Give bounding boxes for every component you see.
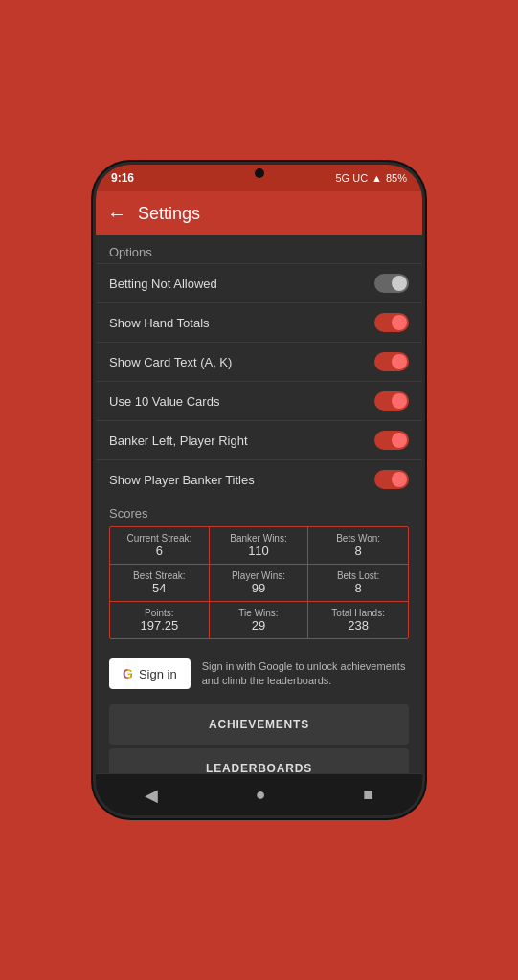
- toggle-hand-totals[interactable]: [374, 313, 409, 332]
- score-cell-total-hands: Total Hands: 238: [308, 602, 408, 638]
- status-icons: 5G UC ▲ 85%: [335, 172, 407, 184]
- option-value-cards: Use 10 Value Cards: [96, 381, 422, 420]
- score-label-current-streak: Current Streak:: [114, 533, 205, 544]
- score-cell-points: Points: 197.25: [110, 602, 210, 638]
- score-label-player-wins: Player Wins:: [214, 570, 304, 581]
- score-value-points: 197.25: [114, 618, 205, 633]
- score-cell-bets-lost: Bets Lost: 8: [308, 565, 408, 601]
- scores-section: Scores Current Streak: 6 Banker Wins: 11…: [96, 499, 422, 647]
- top-bar: ← Settings: [96, 191, 422, 235]
- nav-recent-button[interactable]: ■: [355, 777, 381, 813]
- score-label-tie-wins: Tie Wins:: [214, 608, 304, 618]
- time-display: 9:16: [111, 171, 134, 185]
- option-hand-totals: Show Hand Totals: [96, 302, 422, 342]
- scores-row-3: Points: 197.25 Tie Wins: 29 Total Hands:…: [110, 602, 408, 638]
- score-cell-tie-wins: Tie Wins: 29: [210, 602, 309, 638]
- achievements-button[interactable]: ACHIEVEMENTS: [109, 704, 409, 745]
- score-value-bets-won: 8: [312, 544, 404, 558]
- option-label-betting: Betting Not Allowed: [109, 277, 217, 291]
- score-value-bets-lost: 8: [312, 581, 404, 595]
- score-value-total-hands: 238: [312, 618, 404, 633]
- option-label-card-text: Show Card Text (A, K): [109, 355, 232, 369]
- back-button[interactable]: ←: [107, 203, 126, 225]
- score-value-tie-wins: 29: [214, 618, 304, 633]
- toggle-value-cards[interactable]: [374, 391, 409, 411]
- options-section-label: Options: [96, 235, 422, 263]
- toggle-banker-left[interactable]: [374, 431, 409, 450]
- score-cell-current-streak: Current Streak: 6: [110, 527, 210, 564]
- signin-description: Sign in with Google to unlock achievemen…: [202, 659, 409, 689]
- battery-icon: 85%: [386, 172, 407, 184]
- score-label-points: Points:: [114, 608, 205, 618]
- signin-section: G Sign in Sign in with Google to unlock …: [96, 647, 422, 701]
- leaderboards-button[interactable]: LEADERBOARDS: [109, 748, 409, 773]
- option-label-hand-totals: Show Hand Totals: [109, 316, 210, 330]
- page-title: Settings: [138, 204, 200, 224]
- toggle-show-titles[interactable]: [374, 470, 409, 489]
- signin-button-label: Sign in: [139, 667, 177, 681]
- score-label-bets-lost: Bets Lost:: [312, 570, 404, 581]
- score-label-best-streak: Best Streak:: [114, 570, 205, 581]
- option-card-text: Show Card Text (A, K): [96, 342, 422, 381]
- score-value-current-streak: 6: [114, 544, 205, 558]
- scores-row-2: Best Streak: 54 Player Wins: 99 Bets Los…: [110, 565, 408, 602]
- google-g-icon: G: [123, 666, 133, 681]
- network-label: 5G UC: [335, 172, 368, 184]
- toggle-betting[interactable]: [374, 274, 409, 293]
- signal-icon: ▲: [372, 172, 382, 184]
- score-label-banker-wins: Banker Wins:: [214, 533, 304, 544]
- scores-row-1: Current Streak: 6 Banker Wins: 110 Bets …: [110, 527, 408, 565]
- score-cell-bets-won: Bets Won: 8: [308, 527, 408, 564]
- option-label-banker-left: Banker Left, Player Right: [109, 434, 248, 448]
- option-label-value-cards: Use 10 Value Cards: [109, 394, 219, 409]
- score-cell-banker-wins: Banker Wins: 110: [210, 527, 309, 564]
- camera-notch: [255, 168, 264, 178]
- scores-section-label: Scores: [109, 506, 409, 521]
- option-betting: Betting Not Allowed: [96, 263, 422, 302]
- option-show-titles: Show Player Banker Titles: [96, 459, 422, 499]
- score-value-banker-wins: 110: [214, 544, 304, 558]
- score-cell-player-wins: Player Wins: 99: [210, 565, 309, 601]
- score-value-player-wins: 99: [214, 581, 304, 595]
- score-label-bets-won: Bets Won:: [312, 533, 404, 544]
- settings-content: Options Betting Not Allowed Show Hand To…: [96, 235, 422, 773]
- status-bar: 9:16 5G UC ▲ 85%: [96, 165, 422, 191]
- score-value-best-streak: 54: [114, 581, 205, 595]
- nav-bar: ◀ ● ■: [96, 773, 422, 815]
- nav-back-button[interactable]: ◀: [137, 777, 166, 813]
- score-label-total-hands: Total Hands:: [312, 608, 404, 618]
- scores-grid: Current Streak: 6 Banker Wins: 110 Bets …: [109, 526, 409, 639]
- option-banker-left: Banker Left, Player Right: [96, 420, 422, 459]
- signin-button[interactable]: G Sign in: [109, 658, 191, 689]
- phone-frame: 9:16 5G UC ▲ 85% ← Settings Options Bett…: [96, 165, 422, 815]
- score-cell-best-streak: Best Streak: 54: [110, 565, 210, 601]
- option-label-show-titles: Show Player Banker Titles: [109, 473, 255, 487]
- nav-home-button[interactable]: ●: [248, 777, 274, 813]
- toggle-card-text[interactable]: [374, 352, 409, 371]
